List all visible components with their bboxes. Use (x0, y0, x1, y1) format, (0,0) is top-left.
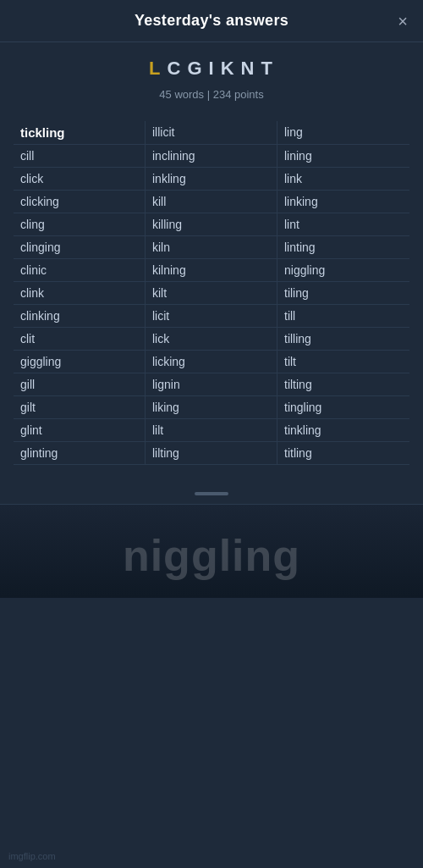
word-cell: giggling (14, 351, 146, 373)
letter-tile-k: K (221, 58, 236, 80)
word-cell: kilning (146, 259, 277, 282)
word-cell: clink (14, 282, 146, 305)
word-cell: cling (14, 213, 146, 236)
word-cell: glint (14, 419, 146, 442)
word-cell: inclining (146, 145, 277, 168)
words-grid: ticklingillicitlingcillincliningliningcl… (0, 114, 423, 478)
word-cell: licit (146, 305, 277, 328)
letter-tile-i: I (209, 58, 216, 80)
word-cell: tingling (277, 396, 409, 419)
word-cell: tilting (277, 373, 409, 396)
word-cell: linking (277, 191, 409, 213)
big-word-section: niggling (0, 504, 423, 598)
word-cell: linting (277, 236, 409, 259)
modal-title: Yesterday's answers (135, 12, 288, 30)
word-cell: kilt (146, 282, 277, 305)
word-cell: lining (277, 145, 409, 168)
letter-tile-c: C (168, 58, 183, 80)
letter-tile-l: L (149, 58, 162, 80)
word-cell: clinking (14, 305, 146, 328)
word-cell: glinting (14, 442, 146, 465)
modal-header: Yesterday's answers × (0, 0, 423, 42)
letter-tiles: LCGIKNT (17, 58, 406, 80)
word-cell: licking (146, 351, 277, 373)
word-cell: tilling (277, 328, 409, 351)
word-cell: ling (277, 121, 409, 145)
watermark: imgflip.com (8, 851, 56, 861)
letter-tile-n: N (241, 58, 256, 80)
word-cell: clinic (14, 259, 146, 282)
word-cell: tiling (277, 282, 409, 305)
word-cell: clicking (14, 191, 146, 213)
word-cell: tilt (277, 351, 409, 373)
stats-text: 45 words | 234 points (17, 88, 406, 101)
scroll-indicator (0, 478, 423, 504)
word-cell: lilting (146, 442, 277, 465)
letters-section: LCGIKNT 45 words | 234 points (0, 42, 423, 114)
letter-tile-g: G (187, 58, 203, 80)
word-cell: kill (146, 191, 277, 213)
word-cell: lilt (146, 419, 277, 442)
word-cell: kiln (146, 236, 277, 259)
close-button[interactable]: × (398, 13, 408, 30)
word-cell: illicit (146, 121, 277, 145)
word-cell: clinging (14, 236, 146, 259)
word-cell: titling (277, 442, 409, 465)
word-cell: inkling (146, 168, 277, 191)
word-cell: killing (146, 213, 277, 236)
word-cell: clit (14, 328, 146, 351)
word-cell: till (277, 305, 409, 328)
word-cell: tickling (14, 121, 146, 145)
word-cell: cill (14, 145, 146, 168)
word-cell: gill (14, 373, 146, 396)
word-cell: link (277, 168, 409, 191)
word-cell: tinkling (277, 419, 409, 442)
word-cell: lignin (146, 373, 277, 396)
word-cell: lint (277, 213, 409, 236)
big-word: niggling (17, 530, 406, 581)
word-cell: click (14, 168, 146, 191)
modal-container: Yesterday's answers × LCGIKNT 45 words |… (0, 0, 423, 598)
word-cell: gilt (14, 396, 146, 419)
word-cell: lick (146, 328, 277, 351)
letter-tile-t: T (261, 58, 273, 80)
scroll-bar (195, 492, 228, 495)
word-cell: liking (146, 396, 277, 419)
word-cell: niggling (277, 259, 409, 282)
